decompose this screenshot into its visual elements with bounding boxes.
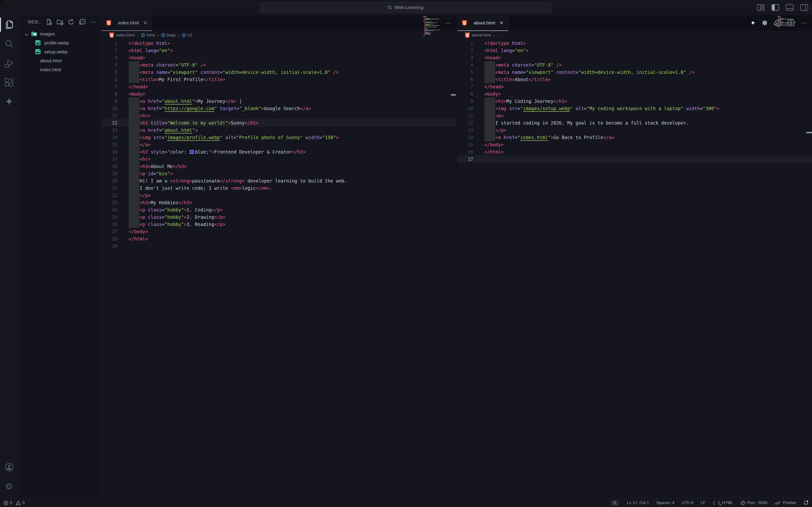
line-number[interactable]: 4 (457, 61, 473, 68)
activitybar-search[interactable] (0, 34, 18, 54)
line-number[interactable]: 15 (457, 141, 473, 148)
line-number[interactable]: 14 (457, 134, 473, 141)
code-line[interactable]: 12 <h1 title="Welcome to my world!">Sunn… (101, 119, 456, 126)
line-number[interactable]: 12 (101, 119, 117, 126)
openai-icon[interactable]: ✻ (762, 19, 767, 27)
eol-sequence[interactable]: LF (701, 501, 705, 505)
encoding[interactable]: UTF-8 (682, 501, 693, 505)
code-line[interactable]: 13 <a href="about.html"> (101, 126, 456, 134)
code-line[interactable]: 18 <h3>About Me</h3> (101, 163, 456, 170)
code-line[interactable]: 1<!doctype html> (101, 40, 456, 47)
code-line[interactable]: 12 I started coding in 2026. My goal is … (457, 119, 812, 126)
breadcrumb-item[interactable]: html (141, 33, 154, 38)
code-line[interactable]: 16 <h2 style="color: blue;">Frontend Dev… (101, 148, 456, 156)
breadcrumb-item[interactable]: about.html (464, 32, 491, 38)
line-number[interactable]: 10 (101, 105, 117, 112)
code-line[interactable]: 4 <meta charset="UTF-8" /> (101, 61, 456, 68)
line-number[interactable]: 8 (101, 90, 117, 98)
code-line[interactable]: 11 <p> (457, 112, 812, 119)
tab-close-icon[interactable]: ✕ (500, 20, 504, 26)
tree-item-about-html[interactable]: about.html (18, 56, 101, 65)
tab-index-html[interactable]: index.html ✕ (101, 15, 152, 31)
code-line[interactable]: 3<head> (457, 54, 812, 61)
code-line[interactable]: 8<body> (457, 90, 812, 98)
line-number[interactable]: 6 (457, 76, 473, 83)
line-number[interactable]: 22 (101, 192, 117, 199)
code-line[interactable]: 1<!doctype html> (457, 40, 812, 47)
code-line[interactable]: 2<html lang="en"> (457, 47, 812, 54)
new-folder-icon[interactable] (56, 18, 63, 25)
indentation[interactable]: Spaces: 4 (656, 501, 674, 505)
tree-item-profile-webp[interactable]: profile.webp (18, 38, 101, 47)
code-line[interactable]: 25 <p class="hobby">2. Drawing</p> (101, 213, 456, 221)
code-line[interactable]: 29 (101, 242, 456, 249)
code-line[interactable]: 6 <title>About</title> (457, 76, 812, 83)
line-number[interactable]: 15 (101, 141, 117, 148)
line-number[interactable]: 5 (457, 68, 473, 76)
code-line[interactable]: 2<html lang="en"> (101, 47, 456, 54)
code-line[interactable]: 5 <meta name="viewport" content="width=d… (101, 68, 456, 76)
code-line[interactable]: 14 <a href="index.html">Go Back to Profi… (457, 134, 812, 141)
activitybar-account[interactable] (0, 457, 18, 477)
code-line[interactable]: 3<head> (101, 54, 456, 61)
line-number[interactable]: 9 (101, 98, 117, 105)
line-number[interactable]: 21 (101, 184, 117, 192)
code-line[interactable]: 23 <h3>My Hobbies</h3> (101, 199, 456, 206)
line-number[interactable]: 2 (457, 47, 473, 54)
line-number[interactable]: 5 (101, 68, 117, 76)
breadcrumb-item[interactable]: index.html (109, 32, 135, 38)
line-number[interactable]: 3 (457, 54, 473, 61)
cursor-position[interactable]: Ln 17, Col 1 (627, 501, 649, 505)
tab-close-icon[interactable]: ✕ (143, 20, 147, 26)
refresh-icon[interactable] (67, 18, 75, 25)
line-number[interactable]: 14 (101, 134, 117, 141)
more-actions-icon[interactable]: ⋯ (90, 18, 97, 25)
line-number[interactable]: 16 (101, 148, 117, 156)
line-number[interactable]: 27 (101, 228, 117, 235)
activitybar-explorer[interactable] (0, 15, 18, 34)
activitybar-settings[interactable]: ⚙ (0, 477, 18, 496)
command-center-search[interactable]: Web-Learning (260, 2, 551, 13)
code-line[interactable]: 21 I don't just write code; I write <em>… (101, 184, 456, 192)
code-line[interactable]: 7</head> (457, 83, 812, 90)
code-line[interactable]: 17 (457, 156, 812, 163)
code-line[interactable]: 8<body> (101, 90, 456, 98)
code-line[interactable]: 4 <meta charset="UTF-8" /> (457, 61, 812, 68)
line-number[interactable]: 1 (101, 40, 117, 47)
line-number[interactable]: 13 (457, 126, 473, 134)
activitybar-ai-sparkle[interactable] (0, 92, 18, 112)
code-line[interactable]: 10 <a href="https://google.com" target="… (101, 105, 456, 112)
line-number[interactable]: 13 (101, 126, 117, 134)
code-line[interactable]: 6 <title>My First Profile</title> (101, 76, 456, 83)
code-line[interactable]: 11 <hr> (101, 112, 456, 119)
minimap[interactable] (423, 16, 446, 37)
line-number[interactable]: 16 (457, 148, 473, 156)
line-number[interactable]: 1 (457, 40, 473, 47)
line-number[interactable]: 18 (101, 163, 117, 170)
line-number[interactable]: 4 (101, 61, 117, 68)
line-number[interactable]: 26 (101, 221, 117, 228)
new-file-icon[interactable] (45, 18, 52, 25)
toggle-secondary-sidebar-icon[interactable] (800, 3, 809, 12)
line-number[interactable]: 7 (457, 83, 473, 90)
line-number[interactable]: 28 (101, 235, 117, 242)
code-line[interactable]: 9 <h1>My Coding Journey</h1> (457, 98, 812, 105)
line-number[interactable]: 2 (101, 47, 117, 54)
line-number[interactable]: 3 (101, 54, 117, 61)
collapse-folders-icon[interactable] (79, 18, 86, 25)
line-number[interactable]: 24 (101, 206, 117, 213)
line-number[interactable]: 17 (457, 156, 473, 163)
code-line[interactable]: 14 <img src="images/profile.webp" alt="P… (101, 134, 456, 141)
code-line[interactable]: 19 <p id="bio"> (101, 170, 456, 177)
editor-search-status[interactable] (610, 500, 620, 506)
code-line[interactable]: 15</body> (457, 141, 812, 148)
line-number[interactable]: 10 (457, 105, 473, 112)
line-number[interactable]: 17 (101, 156, 117, 163)
code-line[interactable]: 20 Hi! I am a <strong>passionate</strong… (101, 177, 456, 184)
language-mode[interactable]: { }⊗ HTML (713, 501, 733, 505)
breadcrumb-item[interactable]: ... (497, 33, 501, 38)
code-line[interactable]: 26 <p class="hobby">3. Reading</p> (101, 221, 456, 228)
line-number[interactable]: 19 (101, 170, 117, 177)
tree-item-index-html[interactable]: index.html (18, 65, 101, 74)
code-line[interactable]: 5 <meta name="viewport" content="width=d… (457, 68, 812, 76)
